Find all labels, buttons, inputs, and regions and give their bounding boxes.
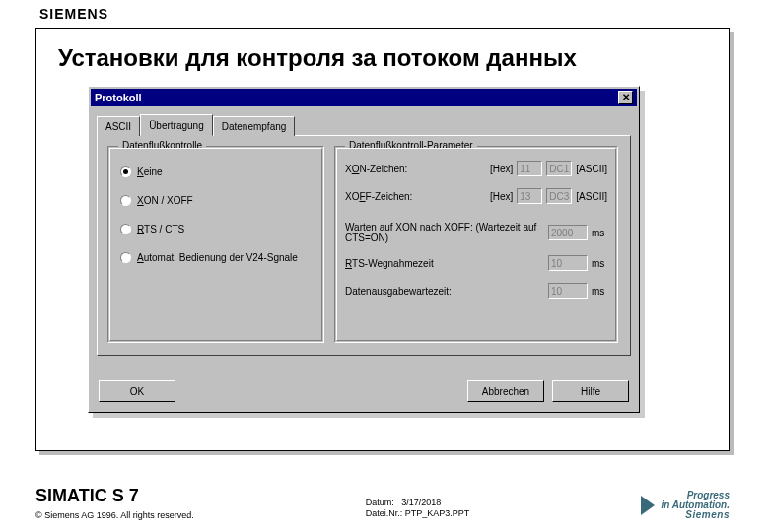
xoff-hex-field[interactable]: 13 [517, 188, 542, 204]
tab-datenempfang-label: Datenempfang [222, 121, 287, 132]
radio-icon [120, 195, 131, 206]
help-button[interactable]: Hilfe [552, 380, 629, 402]
tab-ascii[interactable]: ASCII [97, 116, 140, 136]
xon-hex-field[interactable]: 11 [517, 161, 542, 176]
footer-center: Datum: 3/17/2018 Datei.Nr.: PTP_KAP3.PPT [366, 498, 470, 520]
radio-none-label: Keine [137, 166, 163, 177]
product-name: SIMATIC S 7 [35, 486, 194, 506]
date-label: Datum: [366, 498, 394, 507]
param-output-delay-label: Datenausgabewartezeit: [345, 286, 544, 297]
footer-right: Progress in Automation. Siemens [641, 491, 730, 520]
tab-ascii-label: ASCII [105, 121, 131, 132]
rts-delay-field[interactable]: 10 [548, 255, 588, 271]
group-flowcontrol: Datenflußkontrolle Keine XON / XOFF RTS … [107, 146, 324, 343]
dialog-wrapper: Protokoll ✕ ASCII Übertragung Datenempfa… [88, 86, 640, 413]
group-flowcontrol-title: Datenflußkontrolle [118, 140, 206, 151]
param-wait-xon-label: Warten auf XON nach XOFF: (Wartezeit auf… [345, 222, 544, 243]
file-label: Datei.Nr.: [366, 508, 403, 518]
wait-xon-field[interactable]: 2000 [548, 225, 588, 240]
radio-auto-v24[interactable]: Automat. Bedienung der V24-Sgnale [120, 252, 314, 263]
arrow-icon [641, 496, 655, 515]
param-xoff-label: XOFF-Zeichen: [345, 191, 486, 202]
radio-rtscts[interactable]: RTS / CTS [120, 224, 314, 234]
radio-icon [120, 166, 131, 177]
unit-ms: ms [592, 286, 607, 297]
group-params-title: Datenflußkontroll-Parameter [345, 140, 477, 151]
tagline: Progress in Automation. Siemens [661, 491, 730, 520]
output-delay-field[interactable]: 10 [548, 283, 588, 299]
dialog-title-text: Protokoll [95, 89, 142, 106]
radio-xonxoff-label: XON / XOFF [137, 195, 193, 206]
radio-rtscts-label: RTS / CTS [137, 224, 184, 234]
hex-label: [Hex] [490, 164, 513, 174]
tabs: ASCII Übertragung Datenempfang [97, 114, 631, 136]
radio-auto-v24-label: Automat. Bedienung der V24-Sgnale [137, 252, 298, 263]
param-xoff-char: XOFF-Zeichen: [Hex] 13 DC3 [ASCII] [345, 188, 607, 204]
date-value: 3/17/2018 [401, 498, 441, 507]
footer: SIMATIC S 7 © Siemens AG 1996. All right… [35, 486, 730, 520]
dialog-titlebar: Protokoll ✕ [91, 89, 637, 106]
radio-icon [120, 252, 131, 263]
unit-ms: ms [592, 228, 607, 238]
param-output-delay: Datenausgabewartezeit: 10 ms [345, 283, 607, 299]
param-wait-xon: Warten auf XON nach XOFF: (Wartezeit auf… [345, 222, 607, 243]
tab-uebertragung-label: Übertragung [149, 120, 204, 131]
file-value: PTP_KAP3.PPT [405, 508, 470, 518]
ascii-suffix: [ASCII] [576, 164, 607, 174]
tab-panel: Datenflußkontrolle Keine XON / XOFF RTS … [97, 135, 631, 356]
tab-area: ASCII Übertragung Datenempfang Datenfluß… [97, 114, 631, 356]
brand-logo: SIEMENS [39, 6, 108, 22]
slide-frame: Установки для контроля за потоком данных… [35, 28, 730, 451]
param-rts-delay-label: RTS-Wegnahmezeit [345, 258, 544, 269]
tab-datenempfang[interactable]: Datenempfang [213, 116, 296, 136]
radio-none[interactable]: Keine [120, 166, 314, 177]
radio-icon [120, 224, 131, 234]
group-params: Datenflußkontroll-Parameter XON-Zeichen:… [334, 146, 618, 343]
param-xon-char: XON-Zeichen: [Hex] 11 DC1 [ASCII] [345, 161, 607, 176]
close-icon[interactable]: ✕ [618, 91, 633, 104]
slide-title: Установки для контроля за потоком данных [58, 44, 707, 72]
unit-ms: ms [592, 258, 607, 269]
xoff-ascii-field[interactable]: DC3 [546, 188, 572, 204]
copyright: © Siemens AG 1996. All rights reserved. [35, 510, 194, 520]
button-area: OK Abbrechen Hilfe [99, 380, 629, 402]
ok-button[interactable]: OK [99, 380, 175, 402]
cancel-button[interactable]: Abbrechen [467, 380, 544, 402]
param-rts-delay: RTS-Wegnahmezeit 10 ms [345, 255, 607, 271]
protocol-dialog: Protokoll ✕ ASCII Übertragung Datenempfa… [88, 86, 640, 413]
footer-left: SIMATIC S 7 © Siemens AG 1996. All right… [35, 486, 194, 520]
ascii-suffix: [ASCII] [576, 191, 607, 202]
param-xon-label: XON-Zeichen: [345, 164, 486, 174]
radio-xonxoff[interactable]: XON / XOFF [120, 195, 314, 206]
hex-label: [Hex] [490, 191, 513, 202]
xon-ascii-field[interactable]: DC1 [546, 161, 572, 176]
tab-uebertragung[interactable]: Übertragung [140, 114, 213, 136]
